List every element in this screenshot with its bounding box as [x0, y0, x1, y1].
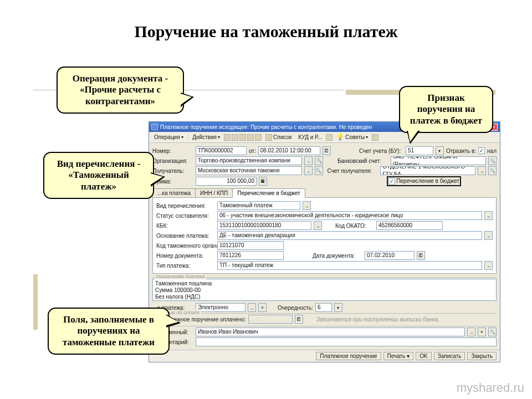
calculator-icon[interactable]: 🖩 — [259, 177, 267, 186]
callout-text: Поля, заполняемые в поручениях на таможе… — [63, 314, 155, 347]
kudr-button[interactable]: КУД и Р... — [295, 133, 325, 141]
purpose-line: Без налога (НДС) — [155, 294, 201, 300]
tab-budget[interactable]: Перечисление в бюджет — [232, 188, 305, 198]
recipient-field[interactable]: Московская восточная таможня — [196, 166, 302, 175]
comment-field[interactable] — [196, 337, 497, 346]
paykind-field[interactable]: Электронно — [196, 303, 245, 312]
account-label: Счет учета (БУ): — [359, 148, 403, 154]
ok-button[interactable]: OK — [416, 352, 431, 360]
tab-inn-kpp[interactable]: ИНН / КПП — [195, 188, 233, 197]
account-field[interactable]: 51 — [406, 146, 433, 155]
tab-payment[interactable]: ...ка платежа — [152, 188, 196, 197]
reflect-label: Отразить в: — [446, 148, 476, 154]
search-icon[interactable] — [488, 156, 497, 165]
customs-code-field[interactable]: 10121070 — [217, 241, 284, 250]
toolbar-icon[interactable] — [247, 134, 254, 141]
lookup-button[interactable] — [478, 166, 486, 175]
search-icon[interactable] — [488, 328, 497, 336]
paytype-field[interactable]: ТП - текущий платеж — [217, 261, 482, 270]
clear-icon[interactable]: × — [258, 303, 267, 312]
label: Действия — [192, 134, 217, 140]
chevron-down-icon: ▾ — [218, 135, 220, 140]
docdate-label: Дата документа: — [313, 253, 362, 259]
responsible-field[interactable]: Иванов Иван Иванович — [196, 328, 465, 336]
lookup-button[interactable] — [484, 211, 493, 220]
callout-customs-fields: Поля, заполняемые в поручениях на таможе… — [48, 308, 170, 355]
sum-field[interactable]: 100 000,00 — [196, 177, 257, 186]
bank-label: Банковский счет: — [337, 158, 388, 164]
calendar-icon[interactable]: 🗓 — [323, 146, 331, 155]
lookup-button[interactable] — [304, 156, 313, 165]
date-field[interactable]: 08.02.2010 12:00:00 — [258, 146, 320, 155]
paid-date-field: . . : : — [248, 315, 293, 324]
lookup-button[interactable] — [484, 261, 493, 270]
search-icon[interactable] — [315, 166, 323, 175]
dropdown-icon[interactable] — [334, 303, 342, 312]
payment-order-button[interactable]: Платежное поручение — [316, 352, 381, 360]
lookup-button[interactable] — [484, 231, 493, 240]
callout-text: Вид перечисления - «Таможенный платеж» — [57, 158, 141, 192]
app-window: Платежное поручение исходящее: Прочие ра… — [149, 121, 500, 362]
search-icon[interactable] — [315, 156, 323, 165]
tips-button[interactable]: 💡Советы ▾ — [334, 132, 371, 142]
status-field[interactable]: 06 - участник внешнеэкономической деятел… — [217, 211, 482, 220]
paytype-label: Тип платежа: — [156, 263, 215, 269]
budget-panel: Вид перечисления: Таможенный платеж Стат… — [152, 198, 497, 274]
lookup-button[interactable] — [467, 328, 475, 336]
toolbar-icon[interactable] — [372, 134, 378, 141]
budget-flag-box: ✓ Перечисление в бюджет — [387, 176, 461, 186]
lookup-button[interactable] — [304, 166, 313, 175]
number-field[interactable]: ТПК00000002 — [196, 146, 247, 155]
bank-field[interactable]: ЗАО "НЕФТЕПРОМБАНК" (Расчетны — [391, 156, 486, 165]
chevron-down-icon: ▾ — [181, 135, 183, 140]
budget-checkbox[interactable]: ✓ — [388, 178, 395, 185]
label: Советы — [345, 134, 365, 140]
save-button[interactable]: Записать — [434, 352, 466, 360]
search-icon[interactable] — [488, 166, 497, 175]
docnum-label: Номер документа: — [156, 253, 215, 259]
docnum-field[interactable]: 7811226 — [217, 251, 284, 260]
basis-label: Основание платежа: — [156, 233, 215, 239]
label: Список — [273, 134, 291, 140]
toolbar-icon[interactable] — [239, 134, 246, 141]
close-button[interactable]: Закрыть — [467, 352, 497, 360]
calendar-icon[interactable]: 🗓 — [295, 315, 303, 324]
lookup-button[interactable] — [314, 221, 322, 230]
callout-transfer-type: Вид перечисления - «Таможенный платеж» — [43, 152, 154, 199]
callout-text: Операция документа - «Прочие расчеты с к… — [73, 73, 168, 106]
callout-budget-flag: Признак поручения на платеж в бюджет — [399, 86, 493, 133]
basis-field[interactable]: ДЕ - таможенная декларация — [217, 231, 482, 240]
reflect-checkbox[interactable]: ✓ — [478, 147, 485, 154]
toolbar-icon[interactable] — [232, 134, 238, 141]
purpose-section-label: Назначение платежа — [155, 274, 206, 279]
label: Операция — [154, 134, 180, 140]
purpose-textarea[interactable]: Таможенная пошлина Сумма 100000-00 Без н… — [152, 279, 497, 301]
lookup-button[interactable] — [248, 303, 256, 312]
footer-bar: Платежное поручение Печать ▾ OK Записать… — [149, 350, 500, 362]
docdate-field[interactable]: 07.02.2010 — [365, 251, 415, 260]
dropdown-icon[interactable] — [436, 146, 444, 155]
actions-menu[interactable]: Действия ▾ — [190, 133, 223, 141]
number-label: Номер: — [152, 148, 193, 154]
recacc-label: Счет получателя: — [328, 168, 378, 174]
operation-menu[interactable]: Операция ▾ — [151, 133, 186, 141]
list-button[interactable]: Список — [263, 133, 294, 142]
page-title: Поручение на таможенный платеж — [0, 22, 532, 41]
print-button[interactable]: Печать ▾ — [383, 352, 414, 360]
toolbar-icon[interactable] — [224, 134, 231, 141]
calendar-icon[interactable]: 🗓 — [417, 251, 425, 260]
date-label: от: — [249, 148, 256, 154]
recacc-field[interactable]: ОТДЕЛЕНИЕ 1 МОСКОВСКОГО ГТУ БА — [380, 166, 475, 175]
app-icon — [151, 124, 158, 130]
okato-field[interactable]: 45286560000 — [376, 221, 443, 230]
transfer-type-field[interactable]: Таможенный платеж — [217, 201, 300, 210]
paid-note: Заполняется при поступлении выписки банк… — [316, 316, 439, 323]
toolbar-icon[interactable] — [326, 134, 332, 141]
clear-icon[interactable]: × — [478, 328, 486, 336]
toolbar-icon[interactable] — [255, 134, 262, 141]
order-field[interactable]: 6 — [315, 303, 332, 312]
org-field[interactable]: Торгово-производственная компани — [196, 156, 302, 165]
kbk-field[interactable]: 15311001000010000180 — [217, 221, 311, 230]
order-label: Очередность: — [278, 305, 313, 311]
lookup-button[interactable] — [303, 201, 311, 210]
